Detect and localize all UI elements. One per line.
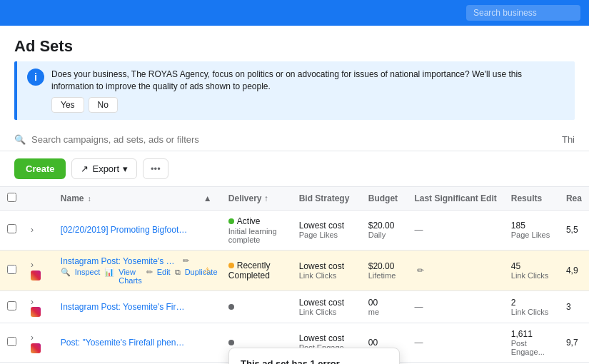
duplicate-icon: ⧉ (175, 268, 181, 285)
row-name-link[interactable]: Post: "Yosemite's Firefall phenomen..." (61, 338, 189, 348)
export-button[interactable]: ↗ Export ▾ (71, 158, 137, 179)
row-results-cell: 185 Page Likes (504, 210, 559, 250)
more-options-button[interactable]: ••• (143, 158, 168, 179)
notice-text: Does your business, The ROYAS Agency, fo… (51, 69, 565, 93)
row-delivery-cell: Active Initial learning complete (221, 210, 292, 250)
notice-content: Does your business, The ROYAS Agency, fo… (51, 69, 565, 113)
create-button[interactable]: Create (14, 158, 66, 179)
delivery-dot (228, 304, 234, 310)
instagram-icon (31, 343, 41, 353)
main-content: Ad Sets i Does your business, The ROYAS … (0, 26, 589, 364)
instagram-icon (31, 271, 41, 280)
row-budget-cell: $20.00 Daily (361, 210, 408, 250)
warning-icon: ⚠ (203, 266, 211, 275)
row-name-cell: Instagram Post: Yosemite's Firefall p...… (54, 250, 196, 290)
search-campaigns-input[interactable] (31, 134, 556, 145)
th-budget[interactable]: Budget (361, 187, 408, 211)
row-expand-cell: › (24, 210, 54, 250)
row-alert-cell (196, 290, 221, 323)
th-delivery[interactable]: Delivery ↑ (221, 187, 292, 211)
instagram-icon (31, 307, 41, 317)
notice-yes-button[interactable]: Yes (51, 97, 84, 113)
row-reach-cell: 4,9 (559, 250, 589, 290)
edit-pencil-icon[interactable]: ✏ (183, 256, 189, 266)
row-budget-cell: 00 me (361, 290, 408, 323)
table-row: › [02/20/2019] Promoting Bigfoot Sock ..… (0, 210, 589, 250)
row-name-link[interactable]: [02/20/2019] Promoting Bigfoot Sock ... (61, 225, 189, 235)
expand-icon[interactable]: › (31, 297, 34, 307)
row-expand-cell: › (24, 290, 54, 323)
th-checkbox (0, 187, 24, 211)
row-delivery-cell (221, 290, 292, 323)
row-name-link[interactable]: Instagram Post: Yosemite's Firefall ph..… (61, 302, 189, 312)
row-last-edit-cell: — (407, 210, 503, 250)
expand-icon[interactable]: › (31, 225, 34, 235)
row-checkbox[interactable] (7, 224, 16, 233)
row-bid-cell: Lowest cost Link Clicks (292, 250, 361, 290)
row-last-edit-cell: ✏ (407, 250, 503, 290)
row-alert-cell (196, 323, 221, 363)
edit-link[interactable]: Edit (157, 268, 171, 285)
row-last-edit-cell: — (407, 323, 503, 363)
inspect-icon: 🔍 (61, 268, 71, 285)
th-last-edit[interactable]: Last Significant Edit (407, 187, 503, 211)
row-results-cell: 45 Link Clicks (504, 250, 559, 290)
table-row: › Instagram Post: Yosemite's Firefall p.… (0, 250, 589, 290)
row-expand-cell: › (24, 323, 54, 363)
notice-no-button[interactable]: No (89, 97, 118, 113)
th-warning: ▲ (196, 187, 221, 211)
search-row: 🔍 Thi (0, 128, 589, 151)
table-wrap: Name ↕ ▲ Delivery ↑ Bid Strategy Budget … (0, 187, 589, 364)
th-reach[interactable]: Rea (559, 187, 589, 211)
expand-icon[interactable]: › (31, 333, 34, 343)
row-checkbox-cell (0, 210, 24, 250)
delivery-dot (228, 263, 234, 268)
notice-actions: Yes No (51, 97, 565, 113)
row-name-cell: Instagram Post: Yosemite's Firefall ph..… (54, 290, 196, 323)
chart-icon: 📊 (104, 268, 114, 285)
inspect-link[interactable]: Inspect (75, 268, 100, 285)
error-tooltip-title: This ad set has 1 error (241, 358, 388, 364)
select-all-checkbox[interactable] (7, 193, 16, 202)
expand-icon[interactable]: › (31, 260, 34, 270)
row-budget-cell: $20.00 Lifetime (361, 250, 408, 290)
toolbar: Create ↗ Export ▾ ••• (0, 151, 589, 187)
export-arrow-icon: ↗ (81, 163, 89, 174)
row-bid-cell: Lowest cost Link Clicks (292, 290, 361, 323)
row-actions: 🔍 Inspect 📊 View Charts ✏ Edit ⧉ Duplica… (61, 268, 189, 285)
top-nav (0, 0, 589, 26)
row-name-cell: Post: "Yosemite's Firefall phenomen..." (54, 323, 196, 363)
export-label: Export (92, 163, 119, 174)
table-header-row: Name ↕ ▲ Delivery ↑ Bid Strategy Budget … (0, 187, 589, 211)
row-checkbox-cell (0, 323, 24, 363)
delivery-dot (228, 340, 234, 345)
search-icon: 🔍 (14, 134, 26, 145)
row-reach-cell: 9,7 (559, 323, 589, 363)
row-bid-cell: Lowest cost Page Likes (292, 210, 361, 250)
row-checkbox-cell (0, 290, 24, 323)
row-results-cell: 1,611 Post Engage... (504, 323, 559, 363)
th-expand (24, 187, 54, 211)
info-icon: i (27, 69, 44, 86)
page-header: Ad Sets (0, 26, 589, 61)
row-checkbox[interactable] (7, 301, 16, 310)
edit-icon: ✏ (146, 268, 153, 285)
th-bid-strategy[interactable]: Bid Strategy (292, 187, 361, 211)
row-name-cell: [02/20/2019] Promoting Bigfoot Sock ... (54, 210, 196, 250)
row-checkbox[interactable] (7, 337, 16, 346)
row-checkbox[interactable] (7, 265, 16, 274)
row-delivery-cell: Recently Completed (221, 250, 292, 290)
row-reach-cell: 5,5 (559, 210, 589, 250)
row-last-edit-cell: — (407, 290, 503, 323)
th-name[interactable]: Name ↕ (54, 187, 196, 211)
row-results-cell: 2 Link Clicks (504, 290, 559, 323)
error-tooltip: This ad set has 1 error • This ad set is… (228, 348, 400, 364)
view-charts-link[interactable]: View Charts (119, 268, 141, 285)
row-name-link[interactable]: Instagram Post: Yosemite's Firefall p... (61, 256, 180, 266)
search-business-input[interactable] (466, 5, 580, 21)
column-this-label: Thi (562, 134, 575, 145)
table-row: › Instagram Post: Yosemite's Firefall ph… (0, 290, 589, 323)
export-chevron-icon: ▾ (123, 163, 128, 174)
th-results[interactable]: Results (504, 187, 559, 211)
row-alert-cell (196, 210, 221, 250)
